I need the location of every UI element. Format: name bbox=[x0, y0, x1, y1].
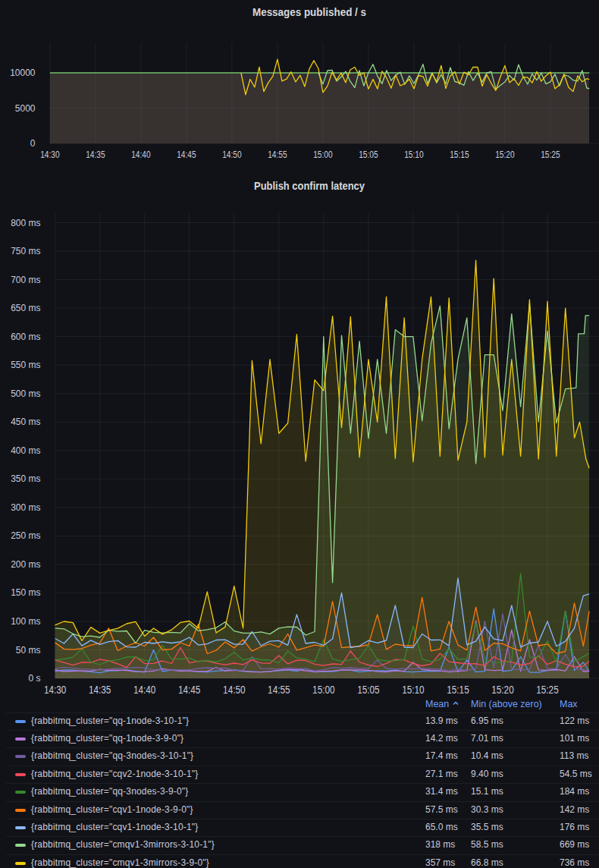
svg-text:400 ms: 400 ms bbox=[11, 445, 40, 456]
svg-text:350 ms: 350 ms bbox=[11, 473, 40, 484]
svg-text:14:40: 14:40 bbox=[133, 684, 156, 696]
svg-text:550 ms: 550 ms bbox=[11, 360, 40, 370]
svg-text:Publish confirm latency: Publish confirm latency bbox=[254, 180, 365, 192]
svg-text:300 ms: 300 ms bbox=[11, 502, 40, 513]
svg-text:14:50: 14:50 bbox=[223, 684, 246, 696]
svg-text:15:10: 15:10 bbox=[402, 684, 425, 696]
svg-text:14:45: 14:45 bbox=[178, 684, 201, 696]
svg-text:250 ms: 250 ms bbox=[11, 530, 40, 541]
svg-text:14:30: 14:30 bbox=[44, 684, 67, 696]
svg-text:100 ms: 100 ms bbox=[11, 616, 40, 627]
svg-text:600 ms: 600 ms bbox=[11, 332, 40, 342]
svg-text:200 ms: 200 ms bbox=[11, 559, 40, 570]
svg-text:800 ms: 800 ms bbox=[11, 218, 40, 228]
svg-text:15:05: 15:05 bbox=[357, 684, 380, 696]
svg-text:750 ms: 750 ms bbox=[11, 246, 40, 256]
svg-text:500 ms: 500 ms bbox=[11, 388, 40, 399]
svg-text:15:25: 15:25 bbox=[536, 684, 559, 696]
svg-text:450 ms: 450 ms bbox=[11, 417, 40, 427]
svg-text:150 ms: 150 ms bbox=[11, 587, 40, 598]
svg-text:700 ms: 700 ms bbox=[11, 275, 40, 285]
svg-text:14:55: 14:55 bbox=[268, 684, 290, 696]
svg-text:15:20: 15:20 bbox=[491, 684, 514, 696]
svg-text:0 s: 0 s bbox=[28, 673, 40, 684]
svg-text:14:35: 14:35 bbox=[89, 684, 111, 696]
svg-text:650 ms: 650 ms bbox=[11, 303, 40, 313]
svg-text:15:15: 15:15 bbox=[447, 684, 469, 696]
svg-text:15:00: 15:00 bbox=[312, 684, 335, 696]
svg-text:50 ms: 50 ms bbox=[16, 645, 41, 656]
